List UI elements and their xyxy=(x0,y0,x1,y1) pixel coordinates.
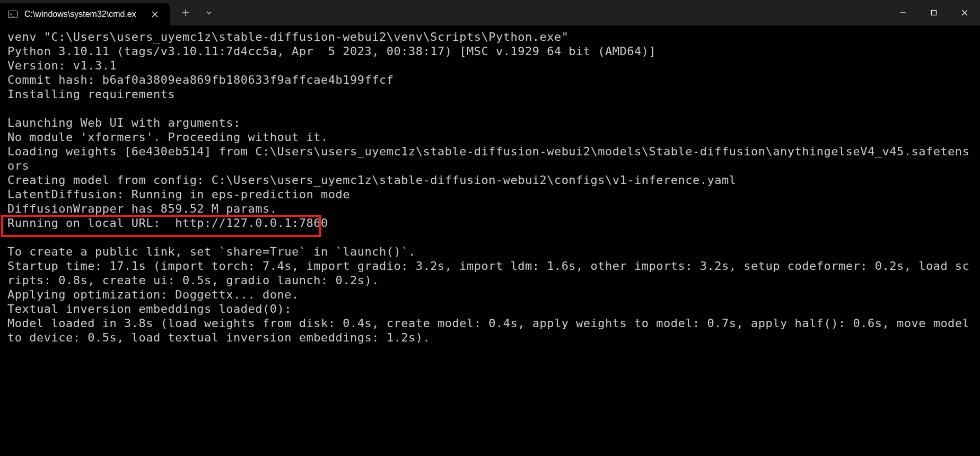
local-url-text: Running on local URL: http://127.0.0.1:7… xyxy=(7,216,328,230)
terminal-output[interactable]: venv "C:\Users\users_uyemc1z\stable-diff… xyxy=(0,25,980,456)
tab-title: C:\windows\system32\cmd.ex xyxy=(24,10,143,19)
titlebar-drag-region[interactable] xyxy=(225,0,888,25)
terminal-lines-after: To create a public link, set `share=True… xyxy=(7,245,977,344)
maximize-button[interactable] xyxy=(918,0,949,25)
new-tab-button[interactable] xyxy=(174,0,197,25)
terminal-lines-before: venv "C:\Users\users_uyemc1z\stable-diff… xyxy=(7,30,969,215)
cmd-icon: >_ xyxy=(7,9,18,20)
window-controls xyxy=(888,0,980,25)
svg-rect-0 xyxy=(932,11,937,15)
highlighted-url-line: Running on local URL: http://127.0.0.1:7… xyxy=(7,216,328,230)
terminal-tab[interactable]: >_ C:\windows\system32\cmd.ex xyxy=(0,3,170,25)
titlebar: >_ C:\windows\system32\cmd.ex xyxy=(0,0,980,25)
tab-dropdown-button[interactable] xyxy=(197,0,221,25)
minimize-button[interactable] xyxy=(888,0,918,25)
close-window-button[interactable] xyxy=(949,0,980,25)
tab-close-button[interactable] xyxy=(147,7,162,22)
titlebar-actions xyxy=(170,0,225,25)
